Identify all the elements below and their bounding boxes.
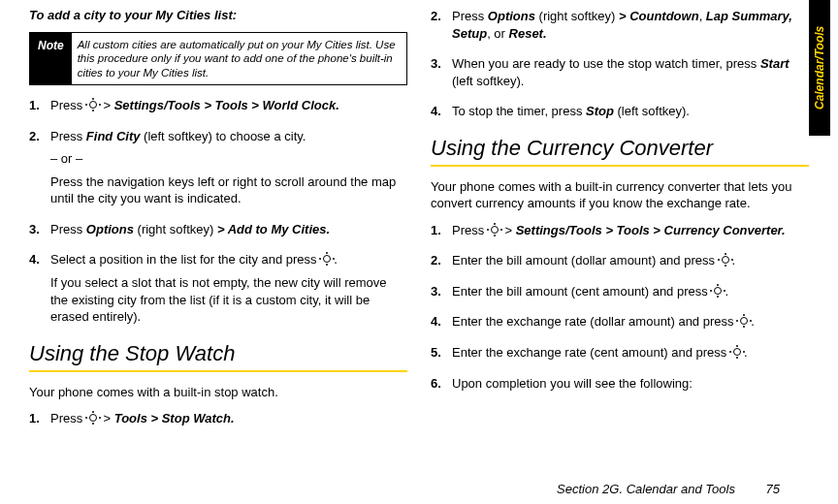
step-number: 4. [431, 103, 446, 126]
step-2: 2. Enter the bill amount (dollar amount)… [431, 252, 809, 275]
heading-stop-watch: Using the Stop Watch [29, 341, 407, 366]
stopwatch-steps-a: 1. Press > Tools > Stop Watch. [29, 410, 407, 433]
step-1: 1. Press > Settings/Tools > Tools > Worl… [29, 97, 407, 120]
my-cities-steps: 1. Press > Settings/Tools > Tools > Worl… [29, 97, 407, 331]
nav-key-icon [730, 346, 744, 358]
page-footer: Section 2G. Calendar and Tools 75 [557, 482, 780, 496]
step-number: 4. [29, 251, 45, 331]
softkey-label: Options [86, 222, 134, 236]
step-number: 2. [431, 252, 446, 275]
menu-path: Settings/Tools > Tools > World Clock. [114, 98, 339, 112]
right-column: 2. Press Options (right softkey) > Count… [431, 8, 809, 446]
step-3: 3. Enter the bill amount (cent amount) a… [431, 283, 809, 306]
gt: > [619, 9, 629, 23]
step-text: (right softkey) [535, 9, 619, 23]
step-2: 2. Press Find City (left softkey) to cho… [29, 128, 407, 213]
step-text: (left softkey). [614, 104, 690, 118]
step-text: Enter the bill amount (cent amount) and … [452, 284, 711, 299]
note-text: All custom cities are automatically put … [72, 33, 406, 84]
page-body: To add a city to your My Cities list: No… [0, 0, 838, 446]
step-text: Enter the exchange rate (dollar amount) … [452, 314, 737, 329]
step-text: Press [50, 411, 86, 425]
menu-item: Countdown [629, 9, 698, 23]
nav-key-icon [86, 99, 100, 110]
note-label: Note [30, 33, 72, 84]
step-text: Enter the exchange rate (cent amount) an… [452, 345, 730, 360]
softkey-label: Start [760, 56, 790, 71]
stopwatch-steps-b: 2. Press Options (right softkey) > Count… [431, 8, 809, 126]
step-1: 1. Press > Tools > Stop Watch. [29, 410, 407, 433]
step-5: 5. Enter the exchange rate (cent amount)… [431, 344, 809, 367]
step-number: 1. [29, 410, 45, 433]
procedure-lead-in: To add a city to your My Cities list: [29, 8, 407, 22]
step-text: Press [50, 129, 86, 143]
step-4: 4. Enter the exchange rate (dollar amoun… [431, 313, 809, 336]
step-text: Upon completion you will see the followi… [452, 375, 809, 393]
step-4: 4. Select a position in the list for the… [29, 251, 407, 331]
menu-path: Add to My Cities. [228, 222, 330, 236]
step-text: Press [50, 222, 86, 236]
step-text: > [103, 98, 113, 112]
step-number: 5. [431, 344, 446, 367]
step-number: 2. [431, 8, 446, 47]
step-2: 2. Press Options (right softkey) > Count… [431, 8, 809, 47]
step-number: 3. [431, 283, 446, 306]
menu-path: Tools > Stop Watch. [114, 411, 235, 425]
note-box: Note All custom cities are automatically… [29, 32, 407, 85]
section-label: Section 2G. Calendar and Tools [557, 482, 735, 496]
section-tab: Calendar/Tools [809, 0, 830, 136]
step-number: 1. [431, 222, 446, 245]
step-text: Press [452, 223, 488, 237]
step-text: To stop the timer, press [452, 104, 586, 118]
step-3: 3. When you are ready to use the stop wa… [431, 55, 809, 95]
step-text: , or [487, 26, 508, 41]
left-column: To add a city to your My Cities list: No… [29, 8, 407, 446]
step-text: Press the navigation keys left or right … [50, 173, 407, 207]
step-number: 3. [431, 55, 446, 95]
softkey-label: Options [488, 9, 535, 23]
step-6: 6. Upon completion you will see the foll… [431, 375, 809, 398]
page-number: 75 [766, 482, 780, 496]
heading-rule [431, 165, 809, 167]
step-1: 1. Press > Settings/Tools > Tools > Curr… [431, 222, 809, 245]
nav-key-icon [711, 285, 725, 297]
heading-currency-converter: Using the Currency Converter [431, 136, 809, 161]
softkey-label: Find City [86, 129, 141, 143]
step-text: Press [50, 98, 86, 112]
step-number: 3. [29, 221, 45, 244]
step-text: When you are ready to use the stop watch… [452, 56, 760, 71]
nav-key-icon [488, 224, 501, 236]
step-text: (right softkey) [134, 222, 217, 236]
menu-item: Reset. [509, 26, 547, 41]
step-text: . [751, 314, 755, 329]
step-number: 4. [431, 313, 446, 336]
or-divider: – or – [50, 150, 407, 168]
step-text: > [504, 223, 515, 237]
step-number: 1. [29, 97, 45, 120]
nav-key-icon [719, 254, 732, 266]
nav-key-icon [737, 315, 751, 327]
step-number: 6. [431, 375, 446, 398]
intro-text: Your phone comes with a built-in stop wa… [29, 384, 407, 401]
step-4: 4. To stop the timer, press Stop (left s… [431, 103, 809, 126]
currency-steps: 1. Press > Settings/Tools > Tools > Curr… [431, 222, 809, 397]
nav-key-icon [86, 412, 100, 424]
step-text: Enter the bill amount (dollar amount) an… [452, 253, 719, 268]
nav-key-icon [320, 253, 334, 265]
step-text: (left softkey) to choose a city. [140, 129, 306, 143]
step-text: . [334, 252, 338, 267]
step-text: If you select a slot that is not empty, … [50, 274, 407, 326]
step-text: (left softkey). [452, 74, 524, 88]
step-number: 2. [29, 128, 45, 213]
step-text: , [699, 9, 706, 23]
step-3: 3. Press Options (right softkey) > Add t… [29, 221, 407, 244]
gt: > [217, 222, 228, 236]
heading-rule [29, 370, 407, 372]
step-text: Press [452, 9, 488, 23]
step-text: Select a position in the list for the ci… [50, 252, 320, 267]
intro-text: Your phone comes with a built-in currenc… [431, 178, 809, 212]
softkey-label: Stop [586, 104, 614, 118]
menu-path: Settings/Tools > Tools > Currency Conver… [516, 223, 786, 237]
step-text: > [103, 411, 113, 425]
